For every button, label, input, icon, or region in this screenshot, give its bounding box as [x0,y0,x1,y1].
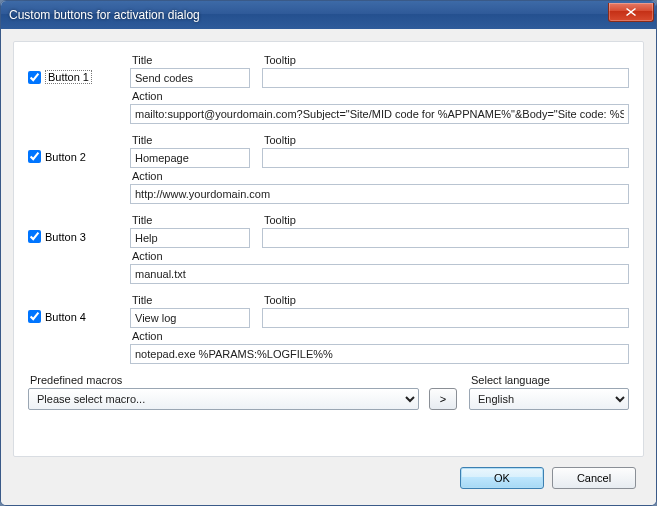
label-action: Action [130,90,629,102]
macro-go-button[interactable]: > [429,388,457,410]
button-group-4: Button 4 Title Tooltip Action [28,294,629,364]
main-panel: Button 1 Title Tooltip Action Button 2 [13,41,644,457]
button-3-title-input[interactable] [130,228,250,248]
label-title: Title [130,134,250,146]
dialog-window: Custom buttons for activation dialog But… [0,0,657,506]
button-4-tooltip-input[interactable] [262,308,629,328]
button-2-checkbox[interactable] [28,150,41,163]
button-2-name: Button 2 [45,151,86,163]
language-select[interactable]: English [469,388,629,410]
window-title: Custom buttons for activation dialog [9,8,608,22]
button-group-3: Button 3 Title Tooltip Action [28,214,629,284]
button-3-name: Button 3 [45,231,86,243]
label-select-language: Select language [469,374,629,386]
button-4-checkbox[interactable] [28,310,41,323]
button-2-enable[interactable]: Button 2 [28,150,86,163]
ok-button[interactable]: OK [460,467,544,489]
dialog-footer: OK Cancel [13,457,644,493]
label-tooltip: Tooltip [262,214,629,226]
label-action: Action [130,250,629,262]
button-1-title-input[interactable] [130,68,250,88]
label-action: Action [130,170,629,182]
button-3-checkbox[interactable] [28,230,41,243]
label-action: Action [130,330,629,342]
close-button[interactable] [608,3,654,22]
button-1-checkbox[interactable] [28,71,41,84]
button-3-action-input[interactable] [130,264,629,284]
button-1-name: Button 1 [45,70,92,84]
button-4-action-input[interactable] [130,344,629,364]
button-3-enable[interactable]: Button 3 [28,230,86,243]
button-group-2: Button 2 Title Tooltip Action [28,134,629,204]
titlebar: Custom buttons for activation dialog [1,1,656,29]
button-group-1: Button 1 Title Tooltip Action [28,54,629,124]
button-1-tooltip-input[interactable] [262,68,629,88]
button-4-enable[interactable]: Button 4 [28,310,86,323]
bottom-row: Predefined macros Please select macro...… [28,374,629,410]
cancel-button[interactable]: Cancel [552,467,636,489]
label-predefined-macros: Predefined macros [28,374,419,386]
label-tooltip: Tooltip [262,294,629,306]
button-4-name: Button 4 [45,311,86,323]
label-title: Title [130,54,250,66]
label-tooltip: Tooltip [262,134,629,146]
label-title: Title [130,214,250,226]
button-1-enable[interactable]: Button 1 [28,70,92,84]
button-2-title-input[interactable] [130,148,250,168]
button-4-title-input[interactable] [130,308,250,328]
macro-select[interactable]: Please select macro... [28,388,419,410]
button-1-action-input[interactable] [130,104,629,124]
button-2-action-input[interactable] [130,184,629,204]
client-area: Button 1 Title Tooltip Action Button 2 [1,29,656,505]
close-icon [626,8,636,16]
label-tooltip: Tooltip [262,54,629,66]
label-title: Title [130,294,250,306]
button-3-tooltip-input[interactable] [262,228,629,248]
button-2-tooltip-input[interactable] [262,148,629,168]
